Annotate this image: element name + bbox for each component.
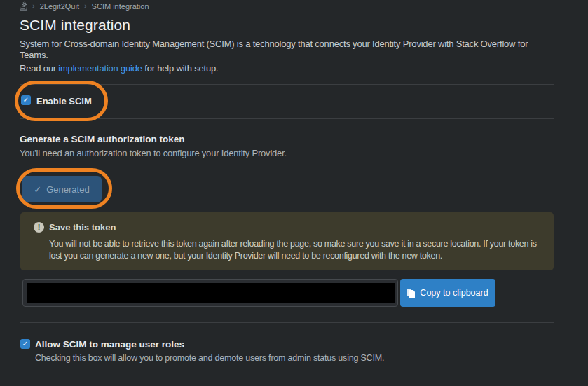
manage-roles-checkbox[interactable]: ✓ xyxy=(20,339,30,349)
check-icon: ✓ xyxy=(34,185,41,194)
enable-scim-label: Enable SCIM xyxy=(36,96,92,106)
warning-body: You will not be able to retrieve this to… xyxy=(49,238,544,262)
setup-help-line: Read our implementation guide for help w… xyxy=(20,63,218,74)
breadcrumb: › 2Legit2Quit › SCIM integration xyxy=(20,1,149,11)
token-value-redacted xyxy=(27,283,395,303)
breadcrumb-current-page[interactable]: SCIM integration xyxy=(92,2,149,11)
copy-to-clipboard-button[interactable]: Copy to clipboard xyxy=(400,279,495,307)
page-title: SCIM integration xyxy=(20,17,130,34)
manage-roles-label: Allow SCIM to manage user roles xyxy=(35,339,184,350)
read-our-text: Read our xyxy=(20,63,58,74)
chevron-right-icon: › xyxy=(32,2,35,10)
page-description: System for Cross-domain Identity Managem… xyxy=(20,39,547,61)
generated-button-label: Generated xyxy=(46,184,89,195)
warning-title: Save this token xyxy=(49,222,116,233)
scim-integration-page: › 2Legit2Quit › SCIM integration SCIM in… xyxy=(0,0,588,386)
token-section-subtext: You'll need an authorization token to co… xyxy=(20,148,287,158)
divider xyxy=(20,322,554,323)
token-field[interactable] xyxy=(22,279,398,307)
divider xyxy=(20,84,554,85)
save-token-warning: ! Save this token You will not be able t… xyxy=(20,212,554,270)
check-icon: ✓ xyxy=(22,340,28,347)
manage-roles-help: Checking this box will allow you to prom… xyxy=(35,353,384,363)
chevron-right-icon: › xyxy=(84,2,87,10)
help-suffix-text: for help with setup. xyxy=(142,63,219,74)
generated-button[interactable]: ✓ Generated xyxy=(22,176,102,202)
check-icon: ✓ xyxy=(23,97,29,104)
stackoverflow-logo-icon[interactable] xyxy=(20,1,27,11)
token-section-heading: Generate a SCIM authorization token xyxy=(20,134,185,144)
copy-icon xyxy=(407,289,415,298)
divider xyxy=(20,118,554,119)
implementation-guide-link[interactable]: implementation guide xyxy=(58,63,142,74)
exclamation-icon: ! xyxy=(34,222,44,233)
enable-scim-checkbox[interactable]: ✓ xyxy=(21,95,31,105)
copy-button-label: Copy to clipboard xyxy=(420,288,488,298)
breadcrumb-team-link[interactable]: 2Legit2Quit xyxy=(40,2,79,11)
